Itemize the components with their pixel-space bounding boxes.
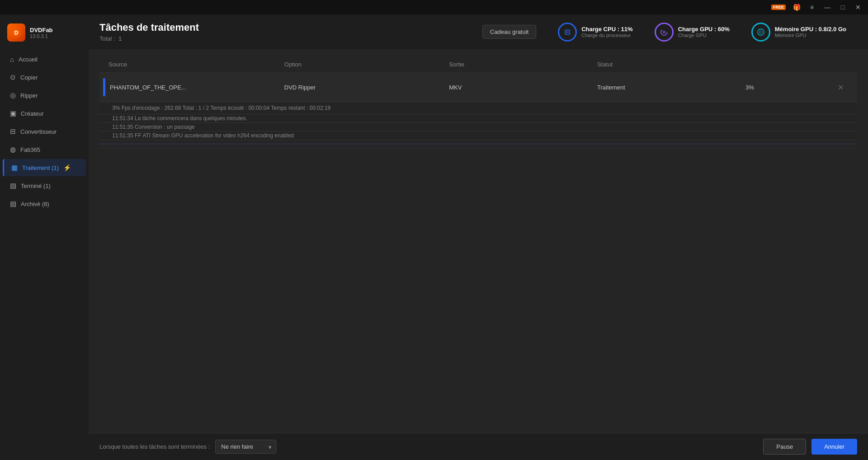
sidebar-label-fab365: Fab365 [20, 146, 40, 153]
lightning-icon: ⚡ [63, 164, 71, 171]
sidebar-label-ripper: Ripper [20, 92, 38, 99]
sidebar-item-traitement[interactable]: ▦ Traitement (1) ⚡ [3, 159, 86, 176]
log-entry-3: 11:51:35 FF ATI Stream GPU acceleration … [99, 131, 857, 140]
table-row: PHANTOM_OF_THE_OPE... DVD Ripper MKV Tra… [99, 73, 857, 102]
mem-title: Mémoire GPU : 0.8/2.0 Go [775, 26, 846, 33]
sidebar-logo: D DVDFab 13.0.3.1 [0, 18, 89, 51]
sidebar-label-copier: Copier [20, 74, 38, 81]
divider-row [99, 140, 857, 148]
svg-rect-4 [566, 31, 569, 33]
cadeau-button[interactable]: Cadeau gratuit [482, 25, 536, 39]
cpu-circle-icon [558, 23, 577, 42]
col-source: Source [99, 56, 281, 73]
total-label: Total : 1 [99, 35, 199, 42]
sidebar-label-createur: Créateur [21, 110, 44, 117]
sidebar-item-termine[interactable]: ▤ Terminé (1) [3, 177, 86, 194]
gift-icon[interactable]: 🎁 [790, 1, 803, 14]
fab-icon: ◍ [10, 146, 16, 154]
settings-icon[interactable]: ≡ [806, 1, 818, 14]
task-table: Source Option Sortie Statut [99, 56, 857, 148]
total-value: 1 [118, 35, 122, 42]
close-task-button[interactable]: ✕ [828, 83, 854, 92]
table-header-row: Source Option Sortie Statut [99, 56, 857, 73]
svg-point-8 [760, 31, 762, 33]
close-button[interactable]: ✕ [852, 1, 864, 14]
task-source: PHANTOM_OF_THE_OPE... [110, 84, 186, 91]
task-close-cell[interactable]: ✕ [824, 73, 857, 102]
mem-stat-text: Mémoire GPU : 0.8/2.0 Go Mémoire GPU [775, 26, 846, 38]
logo-text: DVDFab [30, 27, 53, 33]
col-option: Option [281, 56, 445, 73]
home-icon: ⌂ [10, 56, 14, 63]
gpu-stat-text: Charge GPU : 60% Charge GPU [678, 26, 730, 38]
svg-point-7 [758, 29, 764, 35]
stat-gpu: Charge GPU : 60% Charge GPU [644, 23, 741, 42]
sidebar-item-archive[interactable]: ▤ Archivé (8) [3, 195, 86, 212]
stats-row: Charge CPU : 11% Charge du processeur [547, 23, 857, 42]
task-option: DVD Ripper [281, 73, 445, 102]
stat-mem: Mémoire GPU : 0.8/2.0 Go Mémoire GPU [741, 23, 857, 42]
gpu-sub: Charge GPU [678, 33, 730, 38]
cpu-title: Charge CPU : 11% [581, 26, 632, 33]
done-icon: ▤ [10, 182, 16, 190]
log-row-1: 11:51:34 La tâche commencera dans quelqu… [99, 114, 857, 123]
copy-icon: ⊙ [10, 73, 16, 81]
sidebar-item-accueil[interactable]: ⌂ Accueil [3, 51, 86, 68]
col-sortie: Sortie [445, 56, 594, 73]
content-area: Source Option Sortie Statut [89, 49, 868, 433]
archive-icon: ▤ [10, 200, 16, 208]
sidebar-item-fab365[interactable]: ◍ Fab365 [3, 141, 86, 158]
free-badge: FREE [771, 5, 786, 10]
total-text: Total : [99, 35, 115, 42]
col-action [824, 56, 857, 73]
rip-icon: ◎ [10, 91, 16, 99]
cpu-sub: Charge du processeur [581, 33, 632, 38]
progress-detail-row: 3% Fps d'encodage : 262.68 Total : 1 / 2… [99, 102, 857, 114]
sidebar-label-accueil: Accueil [19, 56, 38, 63]
task-sortie: MKV [445, 73, 594, 102]
log-row-2: 11:51:35 Conversion : un passage [99, 123, 857, 131]
minimize-button[interactable]: — [821, 1, 834, 14]
col-progress [742, 56, 824, 73]
progress-detail: 3% Fps d'encodage : 262.68 Total : 1 / 2… [99, 102, 857, 114]
titlebar-controls: FREE 🎁 ≡ — □ ✕ [771, 1, 864, 14]
top-bar: Tâches de traitement Total : 1 Cadeau gr… [89, 14, 868, 49]
mem-circle-icon [751, 23, 770, 42]
gpu-circle-icon [655, 23, 674, 42]
logo-version: 13.0.3.1 [30, 33, 53, 39]
gpu-title: Charge GPU : 60% [678, 26, 730, 33]
page-title: Tâches de traitement [99, 22, 199, 33]
cpu-stat-text: Charge CPU : 11% Charge du processeur [581, 26, 632, 38]
task-source-cell: PHANTOM_OF_THE_OPE... [99, 73, 281, 102]
dvdfab-logo-icon: D [7, 23, 25, 42]
process-icon: ▦ [11, 164, 18, 172]
create-icon: ▣ [10, 109, 16, 117]
sidebar-label-termine: Terminé (1) [21, 183, 51, 189]
main-content: Tâches de traitement Total : 1 Cadeau gr… [89, 14, 868, 460]
progress-bar-indicator [103, 78, 105, 96]
action-select-wrapper[interactable]: Ne rien faire Éteindre Mettre en veille [215, 440, 276, 454]
log-entry-1: 11:51:34 La tâche commencera dans quelqu… [99, 114, 857, 123]
cancel-button[interactable]: Annuler [811, 439, 857, 455]
convert-icon: ⊟ [10, 127, 16, 136]
action-select[interactable]: Ne rien faire Éteindre Mettre en veille [215, 440, 276, 454]
page-title-area: Tâches de traitement Total : 1 [99, 22, 199, 42]
task-statut: Traitement [594, 73, 742, 102]
log-row-3: 11:51:35 FF ATI Stream GPU acceleration … [99, 131, 857, 140]
maximize-button[interactable]: □ [836, 1, 849, 14]
sidebar: D DVDFab 13.0.3.1 ⌂ Accueil ⊙ Copier ◎ R… [0, 14, 89, 460]
col-statut: Statut [594, 56, 742, 73]
mem-sub: Mémoire GPU [775, 33, 846, 38]
task-progress-pct: 3% [742, 73, 824, 102]
sidebar-item-convertisseur[interactable]: ⊟ Convertisseur [3, 123, 86, 140]
titlebar: FREE 🎁 ≡ — □ ✕ [0, 0, 868, 14]
sidebar-label-traitement: Traitement (1) [22, 164, 59, 171]
sidebar-item-ripper[interactable]: ◎ Ripper [3, 87, 86, 104]
pause-button[interactable]: Pause [763, 439, 806, 455]
sidebar-item-copier[interactable]: ⊙ Copier [3, 69, 86, 86]
when-done-label: Lorsque toutes les tâches sont terminées… [99, 443, 210, 450]
svg-text:D: D [14, 30, 19, 36]
log-entry-2: 11:51:35 Conversion : un passage [99, 123, 857, 131]
bottom-left: Lorsque toutes les tâches sont terminées… [99, 440, 276, 454]
sidebar-item-createur[interactable]: ▣ Créateur [3, 105, 86, 122]
